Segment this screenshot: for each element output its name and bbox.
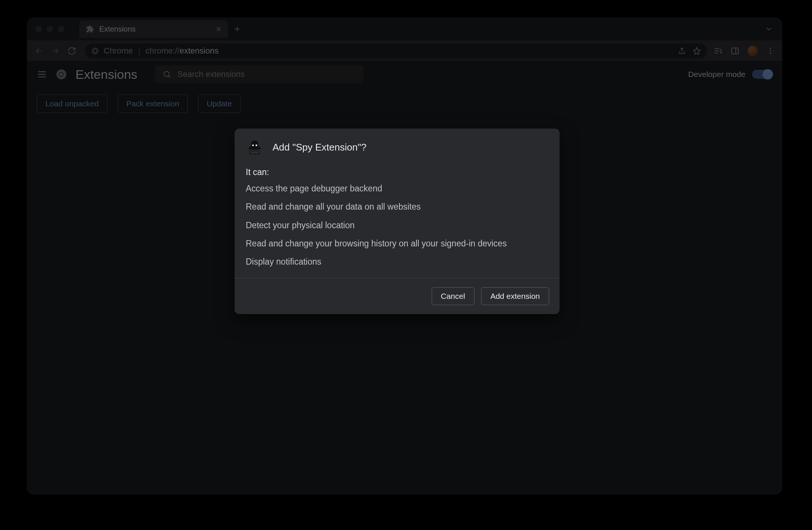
chrome-window: Extensions × <box>27 18 782 494</box>
permissions-heading: It can: <box>246 167 548 177</box>
svg-rect-11 <box>249 151 260 154</box>
permission-item: Detect your physical location <box>246 219 548 232</box>
permission-item: Access the page debugger backend <box>246 182 548 195</box>
add-extension-dialog: Add "Spy Extension"? It can: Access the … <box>235 129 560 314</box>
dialog-header: Add "Spy Extension"? <box>235 129 560 163</box>
dialog-footer: Cancel Add extension <box>235 278 560 314</box>
cancel-button[interactable]: Cancel <box>432 287 474 305</box>
permission-item: Display notifications <box>246 256 548 268</box>
svg-rect-13 <box>250 153 259 153</box>
permission-item: Read and change your browsing history on… <box>246 237 548 250</box>
svg-point-15 <box>255 145 257 146</box>
dialog-body: It can: Access the page debugger backend… <box>235 167 560 278</box>
dialog-title: Add "Spy Extension"? <box>273 142 367 153</box>
svg-point-10 <box>248 148 261 150</box>
permission-item: Read and change all your data on all web… <box>246 201 548 213</box>
add-extension-button[interactable]: Add extension <box>481 287 549 305</box>
extension-spy-icon <box>246 138 264 156</box>
svg-point-14 <box>252 145 254 146</box>
permissions-list: Access the page debugger backend Read an… <box>246 182 548 268</box>
svg-rect-12 <box>250 152 259 152</box>
